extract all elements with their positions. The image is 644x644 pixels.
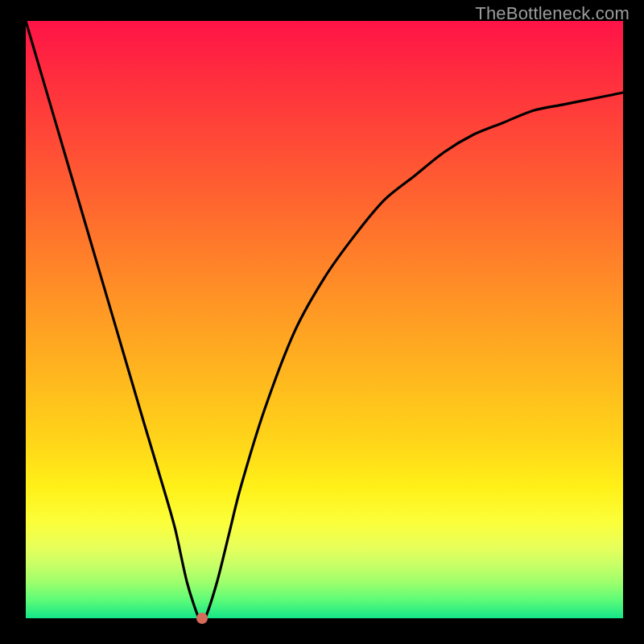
watermark-text: TheBottleneck.com	[475, 3, 630, 24]
chart-frame: TheBottleneck.com	[0, 0, 644, 644]
minimum-point-marker	[196, 613, 208, 624]
plot-area	[26, 21, 623, 618]
bottleneck-curve	[26, 21, 623, 618]
